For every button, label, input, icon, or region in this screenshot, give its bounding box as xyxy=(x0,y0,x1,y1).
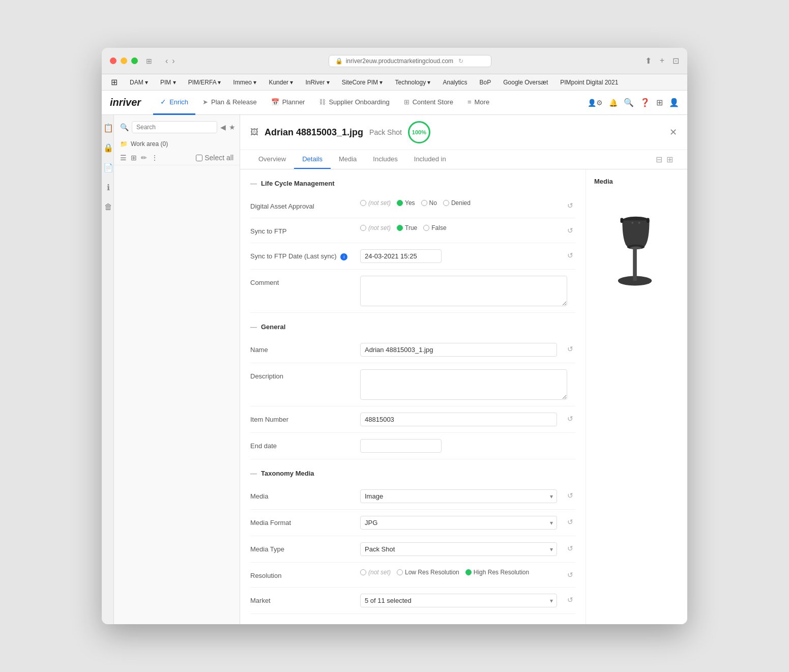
top-nav-google[interactable]: Google Oversæt xyxy=(502,77,549,88)
nav-item-planner[interactable]: 📅 Planner xyxy=(264,91,312,115)
share-icon[interactable]: ⬆ xyxy=(645,56,652,66)
panel-icon-1[interactable]: 📋 xyxy=(102,119,113,137)
radio-ftp-false[interactable]: False xyxy=(423,224,446,231)
content-area: 📋 🔒 📄 ℹ 🗑 🔍 ◀ ★ 📁 Work area (0) ☰ ⊞ ✏ xyxy=(102,115,687,624)
nav-item-plan-release[interactable]: ➤ Plan & Release xyxy=(195,91,264,115)
tab-included-in[interactable]: Included in xyxy=(406,150,454,169)
radio-dot-ftp-true xyxy=(397,225,403,231)
revert-resolution-button[interactable]: ↺ xyxy=(565,569,575,581)
top-nav-sitecore[interactable]: SiteCore PIM ▾ xyxy=(341,77,384,88)
field-label-resolution: Resolution xyxy=(250,569,352,579)
maximize-window-button[interactable] xyxy=(131,57,138,64)
top-nav-dam[interactable]: DAM ▾ xyxy=(129,77,149,88)
top-nav-grid-icon[interactable]: ⊞ xyxy=(110,75,119,89)
top-nav-pim[interactable]: PIM ▾ xyxy=(159,77,177,88)
info-icon-sync-ftp[interactable]: i xyxy=(340,253,347,260)
revert-media-format-button[interactable]: ↺ xyxy=(565,516,575,528)
list-view-icon[interactable]: ☰ xyxy=(120,154,127,162)
revert-sync-ftp-button[interactable]: ↺ xyxy=(565,224,575,237)
top-nav-pim-erfa[interactable]: PIM/ERFA ▾ xyxy=(187,77,222,88)
panel-icon-2[interactable]: 🔒 xyxy=(102,139,113,157)
split-view-icon[interactable]: ⊟ xyxy=(656,155,662,164)
top-nav-kunder[interactable]: Kunder ▾ xyxy=(268,77,294,88)
revert-name-button[interactable]: ↺ xyxy=(565,343,575,355)
grid-view-icon[interactable]: ⊞ xyxy=(656,98,663,107)
media-type-select[interactable]: Pack Shot Lifestyle Detail Icon xyxy=(360,542,557,556)
sidebar-toolbar: ☰ ⊞ ✏ ⋮ Select all xyxy=(114,151,240,165)
market-select[interactable]: 5 of 11 selected xyxy=(360,594,557,607)
revert-digital-asset-button[interactable]: ↺ xyxy=(565,199,575,212)
radio-res-not-set[interactable]: (not set) xyxy=(360,569,391,576)
user-avatar-icon[interactable]: 👤 xyxy=(669,98,679,107)
comment-textarea[interactable] xyxy=(360,276,567,306)
sidebar-toggle-button[interactable]: ⊞ xyxy=(146,57,152,65)
svg-rect-8 xyxy=(621,218,624,223)
radio-ftp-true[interactable]: True xyxy=(397,224,417,231)
radio-no[interactable]: No xyxy=(421,199,437,207)
more-options-icon[interactable]: ⋮ xyxy=(151,154,158,162)
tab-media[interactable]: Media xyxy=(331,150,365,169)
media-format-select[interactable]: JPG PNG PDF TIFF xyxy=(360,516,557,530)
expand-view-icon[interactable]: ⊞ xyxy=(666,155,673,164)
name-input[interactable] xyxy=(360,343,557,357)
tabs-icon[interactable]: ⊡ xyxy=(673,56,679,66)
tab-overview[interactable]: Overview xyxy=(250,150,294,169)
panel-icon-4[interactable]: ℹ xyxy=(105,179,110,196)
star-icon[interactable]: ★ xyxy=(229,123,236,131)
nav-item-more[interactable]: ≡ More xyxy=(460,91,496,115)
sync-ftp-date-input[interactable] xyxy=(360,249,442,263)
grid-view-sidebar-icon[interactable]: ⊞ xyxy=(131,154,137,162)
top-nav-inriver[interactable]: InRiver ▾ xyxy=(304,77,330,88)
field-label-name: Name xyxy=(250,343,352,354)
radio-dot-denied xyxy=(443,200,449,206)
radio-yes[interactable]: Yes xyxy=(397,199,415,207)
tab-includes[interactable]: Includes xyxy=(365,150,405,169)
nav-item-enrich[interactable]: ✓ Enrich xyxy=(153,91,195,115)
top-nav-technology[interactable]: Technology ▾ xyxy=(394,77,431,88)
search-input[interactable] xyxy=(132,121,217,133)
close-detail-button[interactable]: ✕ xyxy=(669,127,677,138)
top-nav-immeo[interactable]: Immeo ▾ xyxy=(232,77,257,88)
revert-sync-ftp-date-button[interactable]: ↺ xyxy=(565,249,575,261)
new-tab-icon[interactable]: + xyxy=(660,56,664,66)
revert-media-type-button[interactable]: ↺ xyxy=(565,542,575,554)
radio-low-res[interactable]: Low Res Resolution xyxy=(397,569,459,576)
radio-not-set[interactable]: (not set) xyxy=(360,199,391,207)
top-nav-pimpoint[interactable]: PIMpoint Digital 2021 xyxy=(559,77,619,88)
url-bar[interactable]: 🔒 inriver2euw.productmarketingcloud.com … xyxy=(329,55,491,67)
tab-details[interactable]: Details xyxy=(294,150,331,169)
select-all-checkbox[interactable]: Select all xyxy=(196,154,233,162)
radio-dot-not-set xyxy=(360,200,366,206)
close-window-button[interactable] xyxy=(110,57,116,64)
radio-denied[interactable]: Denied xyxy=(443,199,471,207)
nav-item-supplier-onboarding[interactable]: ⛓ Supplier Onboarding xyxy=(312,91,396,115)
section-general-header: — General xyxy=(250,323,575,331)
panel-icon-5[interactable]: 🗑 xyxy=(103,198,112,216)
nav-label-plan-release: Plan & Release xyxy=(211,98,257,106)
select-all-input[interactable] xyxy=(196,155,202,161)
media-select[interactable]: Image Video Document xyxy=(360,489,557,503)
description-textarea[interactable] xyxy=(360,369,567,400)
forward-button[interactable]: › xyxy=(172,56,174,66)
collapse-sidebar-button[interactable]: ◀ xyxy=(220,123,226,131)
top-nav-bop[interactable]: BoP xyxy=(479,77,492,88)
detail-filename: Adrian 48815003_1.jpg xyxy=(265,127,363,138)
notifications-icon[interactable]: 🔔 xyxy=(609,99,618,107)
nav-item-content-store[interactable]: ⊞ Content Store xyxy=(397,91,460,115)
top-nav-analytics[interactable]: Analytics xyxy=(442,77,469,88)
app-window: ⊞ ‹ › 🔒 inriver2euw.productmarketingclou… xyxy=(102,48,687,624)
back-button[interactable]: ‹ xyxy=(165,56,168,66)
revert-market-button[interactable]: ↺ xyxy=(565,594,575,606)
edit-icon[interactable]: ✏ xyxy=(141,154,147,162)
revert-item-number-button[interactable]: ↺ xyxy=(565,413,575,425)
minimize-window-button[interactable] xyxy=(121,57,127,64)
panel-icon-3[interactable]: 📄 xyxy=(102,159,113,177)
end-date-input[interactable] xyxy=(360,439,442,453)
search-icon[interactable]: 🔍 xyxy=(624,98,634,107)
item-number-input[interactable] xyxy=(360,413,557,426)
revert-media-button[interactable]: ↺ xyxy=(565,489,575,502)
help-icon[interactable]: ❓ xyxy=(640,98,650,107)
user-settings-icon[interactable]: 👤⚙ xyxy=(588,99,603,107)
radio-high-res[interactable]: High Res Resolution xyxy=(465,569,529,576)
radio-ftp-not-set[interactable]: (not set) xyxy=(360,224,391,231)
